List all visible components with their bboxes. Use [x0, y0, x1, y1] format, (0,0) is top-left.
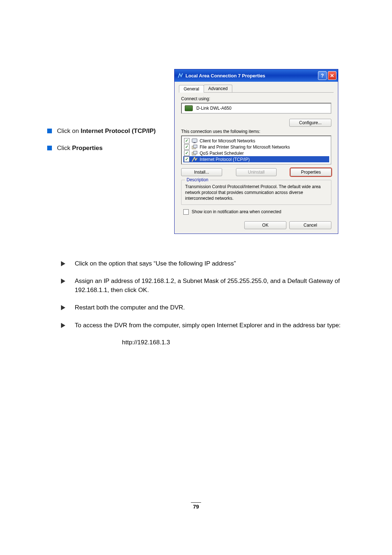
- bullet-2: Assign an IP address of 192.168.1.2, a S…: [61, 277, 345, 295]
- left-instructions: Click on Internet Protocol (TCP/IP) Clic…: [47, 69, 160, 161]
- instruction-2: Click Properties: [47, 144, 160, 153]
- tab-general[interactable]: General: [179, 85, 204, 93]
- checkbox-icon[interactable]: ✓: [184, 157, 189, 162]
- help-button[interactable]: ?: [318, 71, 327, 80]
- list-item-label: Client for Microsoft Networks: [200, 138, 255, 143]
- bullet-section: Click on the option that says “Use the f…: [47, 259, 345, 346]
- instruction-2-pre: Click: [57, 145, 72, 151]
- show-icon-checkbox[interactable]: ✓: [183, 209, 189, 215]
- svg-rect-1: [193, 142, 196, 143]
- bullet-3-text: Restart both the computer and the DVR.: [75, 303, 185, 312]
- list-item[interactable]: ✓ QoS Packet Scheduler: [183, 150, 329, 156]
- list-item-label: Internet Protocol (TCP/IP): [200, 157, 250, 162]
- items-label: This connection uses the following items…: [181, 129, 334, 134]
- page-footer: 79: [47, 502, 345, 510]
- checkbox-icon[interactable]: ✓: [184, 138, 189, 143]
- instruction-1-text: Click on Internet Protocol (TCP/IP): [57, 127, 156, 135]
- svg-rect-5: [193, 151, 197, 154]
- dialog-titlebar[interactable]: Local Area Connection 7 Properties ? ✕: [175, 69, 338, 82]
- arrow-bullet-icon: [61, 261, 70, 266]
- description-text: Transmission Control Protocol/Internet P…: [185, 184, 327, 202]
- page-number: 79: [193, 503, 199, 510]
- svg-rect-0: [192, 139, 197, 142]
- file-print-service-icon: [192, 145, 197, 150]
- connection-icon: [177, 73, 183, 78]
- client-service-icon: [192, 138, 197, 143]
- close-button[interactable]: ✕: [328, 71, 336, 80]
- list-item-label: File and Printer Sharing for Microsoft N…: [200, 145, 290, 150]
- show-icon-label: Show icon in notification area when conn…: [192, 209, 281, 214]
- instruction-1-bold: Internet Protocol (TCP/IP): [81, 127, 156, 134]
- arrow-bullet-icon: [61, 305, 70, 310]
- connect-using-label: Connect using:: [181, 96, 334, 101]
- bullet-4: To access the DVR from the computer, sim…: [61, 321, 345, 330]
- show-icon-row[interactable]: ✓ Show icon in notification area when co…: [183, 209, 331, 215]
- list-item-label: QoS Packet Scheduler: [200, 151, 244, 156]
- configure-button[interactable]: Configure...: [289, 119, 331, 127]
- dialog-body: General Advanced Connect using: D-Link D…: [175, 82, 338, 234]
- items-listbox[interactable]: ✓ Client for Microsoft Networks ✓ File a…: [181, 135, 331, 165]
- blue-square-bullet: [47, 146, 52, 150]
- list-item-selected[interactable]: ✓ Internet Protocol (TCP/IP): [183, 156, 329, 162]
- bullet-3: Restart both the computer and the DVR.: [61, 303, 345, 312]
- instruction-2-bold: Properties: [72, 145, 103, 151]
- tab-strip: General Advanced: [179, 85, 334, 93]
- description-group: Description Transmission Control Protoco…: [181, 180, 331, 205]
- qos-service-icon: [192, 151, 197, 156]
- tab-advanced[interactable]: Advanced: [204, 85, 232, 92]
- instruction-1-pre: Click on: [57, 127, 81, 134]
- blue-square-bullet: [47, 129, 52, 133]
- tcpip-service-icon: [192, 157, 197, 162]
- adapter-box: D-Link DWL-A650: [181, 103, 331, 114]
- uninstall-button: Uninstall: [236, 168, 277, 176]
- nic-icon: [185, 105, 193, 111]
- description-legend: Description: [185, 177, 210, 182]
- svg-rect-3: [193, 145, 197, 148]
- bullet-1: Click on the option that says “Use the f…: [61, 259, 345, 268]
- document-page: Click on Internet Protocol (TCP/IP) Clic…: [0, 0, 392, 531]
- checkbox-icon[interactable]: ✓: [184, 144, 189, 150]
- instruction-2-text: Click Properties: [57, 144, 103, 153]
- footer-rule: [191, 502, 201, 503]
- properties-dialog: Local Area Connection 7 Properties ? ✕ G…: [174, 69, 338, 234]
- url-line: http://192.168.1.3: [122, 339, 345, 346]
- checkbox-icon[interactable]: ✓: [184, 150, 189, 156]
- bullet-1-text: Click on the option that says “Use the f…: [75, 259, 236, 268]
- install-button[interactable]: Install...: [181, 168, 222, 176]
- top-section: Click on Internet Protocol (TCP/IP) Clic…: [47, 69, 345, 234]
- ok-button[interactable]: OK: [244, 221, 286, 229]
- list-item[interactable]: ✓ File and Printer Sharing for Microsoft…: [183, 144, 329, 150]
- cancel-button[interactable]: Cancel: [289, 221, 331, 229]
- arrow-bullet-icon: [61, 279, 70, 284]
- bullet-4-text: To access the DVR from the computer, sim…: [75, 321, 340, 330]
- list-item[interactable]: ✓ Client for Microsoft Networks: [183, 138, 329, 144]
- list-buttons-row: Install... Uninstall Properties: [181, 168, 331, 176]
- arrow-bullet-icon: [61, 323, 70, 328]
- bullet-2-text: Assign an IP address of 192.168.1.2, a S…: [75, 277, 345, 295]
- adapter-name: D-Link DWL-A650: [196, 106, 232, 111]
- instruction-1: Click on Internet Protocol (TCP/IP): [47, 127, 160, 135]
- dialog-footer: OK Cancel: [181, 221, 331, 229]
- properties-button[interactable]: Properties: [290, 168, 331, 176]
- dialog-title: Local Area Connection 7 Properties: [185, 73, 265, 78]
